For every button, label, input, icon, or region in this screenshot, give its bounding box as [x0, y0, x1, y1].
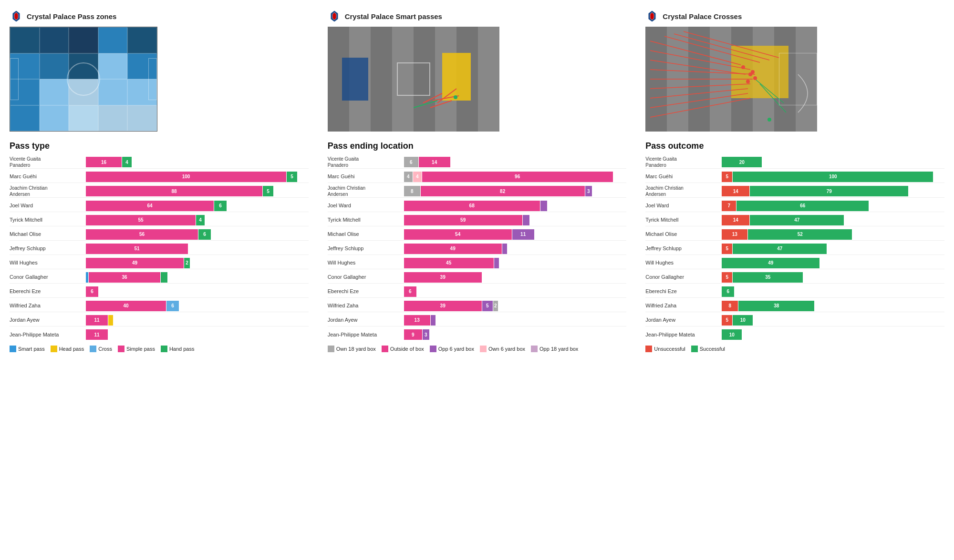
player-name: Michael Olise — [645, 231, 722, 237]
bar-area: 14 47 — [722, 215, 944, 225]
svg-line-19 — [650, 93, 748, 108]
player-row: Jeffrey Schlupp 5 47 — [645, 243, 944, 255]
bar-area: 54 11 — [404, 229, 627, 240]
player-name: Jean-Philippe Mateta — [328, 331, 404, 338]
player-name: Tyrick Mitchell — [10, 216, 86, 223]
player-row: Jeffrey Schlupp 51 — [10, 243, 309, 255]
crystal-palace-icon-2 — [328, 10, 341, 23]
legend-item-opp6: Opp 6 yard box — [430, 346, 474, 352]
legend-color-opp6 — [430, 346, 436, 352]
svg-point-26 — [741, 65, 745, 69]
bar-segment: 4 — [122, 157, 132, 167]
bar-segment — [108, 315, 113, 326]
bar-area: 36 — [86, 272, 309, 283]
player-name: Michael Olise — [10, 231, 86, 237]
bar-area: 49 2 — [86, 258, 309, 268]
legend-color-outside-box — [382, 346, 388, 352]
legend-color-unsuccessful — [645, 346, 652, 352]
bar-segment: 13 — [722, 229, 747, 240]
bar-segment: 66 — [736, 201, 869, 211]
player-name: Joel Ward — [10, 202, 86, 209]
bar-area: 4 4 96 — [404, 172, 627, 182]
svg-line-21 — [664, 36, 760, 62]
zone-cell — [98, 53, 128, 80]
bar-segment: 55 — [86, 215, 196, 225]
legend-item-successful: Successful — [691, 346, 725, 352]
zone-cell — [40, 79, 69, 105]
svg-point-28 — [746, 80, 750, 83]
player-row: Joachim ChristianAndersen 14 79 — [645, 185, 944, 198]
bar-segment: 3 — [423, 329, 429, 340]
legend-label-smart-pass: Smart pass — [18, 346, 45, 352]
bar-segment: 2 — [184, 258, 190, 268]
player-row: Tyrick Mitchell 14 47 — [645, 214, 944, 226]
bar-segment — [86, 272, 88, 283]
player-row: Jean-Philippe Mateta 9 3 — [328, 328, 627, 341]
pass-type-legend: Smart pass Head pass Cross Simple pass H… — [10, 346, 309, 352]
bar-segment: 68 — [404, 201, 540, 211]
bar-segment: 59 — [404, 215, 522, 225]
bar-segment — [540, 201, 547, 211]
player-name: Joachim ChristianAndersen — [645, 185, 722, 197]
bar-area: 59 — [404, 215, 627, 225]
player-name: Jordan Ayew — [328, 316, 404, 323]
bar-segment: 36 — [89, 272, 160, 283]
player-name: Eberechi Eze — [645, 288, 722, 295]
bar-segment: 5 — [287, 172, 297, 182]
bar-segment: 40 — [86, 301, 166, 311]
pass-outcome-section: Pass outcome Vicente GuaitaPanadero 20 M… — [645, 141, 944, 352]
legend-label-head-pass: Head pass — [59, 346, 84, 352]
legend-color-hand-pass — [161, 346, 167, 352]
pass-zones-section: Crystal Palace Pass zones — [10, 10, 309, 132]
player-row: Joachim ChristianAndersen 8 82 3 — [328, 185, 627, 198]
crosses-section: Crystal Palace Crosses — [645, 10, 944, 132]
bar-segment: 7 — [722, 201, 736, 211]
bar-segment: 49 — [722, 258, 819, 268]
crosses-title: Crystal Palace Crosses — [645, 10, 944, 23]
bar-area: 39 — [404, 272, 627, 283]
player-name: Jeffrey Schlupp — [328, 245, 404, 252]
bar-segment: 64 — [86, 201, 214, 211]
legend-item-own18: Own 18 yard box — [328, 346, 376, 352]
zone-cell — [98, 27, 128, 53]
zone-cell — [127, 79, 157, 105]
legend-color-smart-pass — [10, 346, 16, 352]
bar-area: 5 10 — [722, 315, 944, 326]
player-row: Joel Ward 68 — [328, 200, 627, 212]
bar-segment — [502, 244, 507, 254]
player-row: Michael Olise 13 52 — [645, 228, 944, 241]
zone-cell — [69, 53, 98, 80]
player-name: Jean-Philippe Mateta — [645, 331, 722, 338]
bar-segment: 35 — [733, 272, 803, 283]
bar-segment: 100 — [86, 172, 286, 182]
bar-area: 5 47 — [722, 244, 944, 254]
zone-cell — [40, 53, 69, 80]
player-name: Jeffrey Schlupp — [645, 245, 722, 252]
player-row: Joachim ChristianAndersen 88 5 — [10, 185, 309, 198]
legend-label-unsuccessful: Unsuccessful — [654, 346, 685, 352]
bar-segment: 51 — [86, 244, 188, 254]
zone-cell — [69, 105, 98, 132]
bar-area: 64 6 — [86, 201, 309, 211]
svg-line-17 — [650, 84, 750, 89]
player-name: Eberechi Eze — [328, 288, 404, 295]
svg-point-29 — [753, 76, 757, 80]
bar-segment: 14 — [419, 157, 450, 167]
bar-segment: 5 — [482, 301, 493, 311]
legend-color-own6 — [480, 346, 487, 352]
bar-segment — [494, 258, 499, 268]
bar-segment: 20 — [722, 157, 762, 167]
bar-area: 8 82 3 — [404, 186, 627, 196]
zone-cell — [10, 105, 40, 132]
player-row: Conor Gallagher 39 — [328, 271, 627, 284]
legend-item-own6: Own 6 yard box — [480, 346, 525, 352]
bar-segment: 47 — [733, 244, 827, 254]
player-name: Will Hughes — [328, 259, 404, 266]
data-row: Pass type Vicente GuaitaPanadero 16 4 Ma… — [10, 141, 944, 352]
bar-area: 51 — [86, 244, 309, 254]
zone-cell — [10, 27, 40, 53]
bar-segment — [431, 315, 436, 326]
legend-item-opp18: Opp 18 yard box — [531, 346, 578, 352]
bar-segment: 4 — [404, 172, 413, 182]
player-row: Joel Ward 7 66 — [645, 200, 944, 212]
